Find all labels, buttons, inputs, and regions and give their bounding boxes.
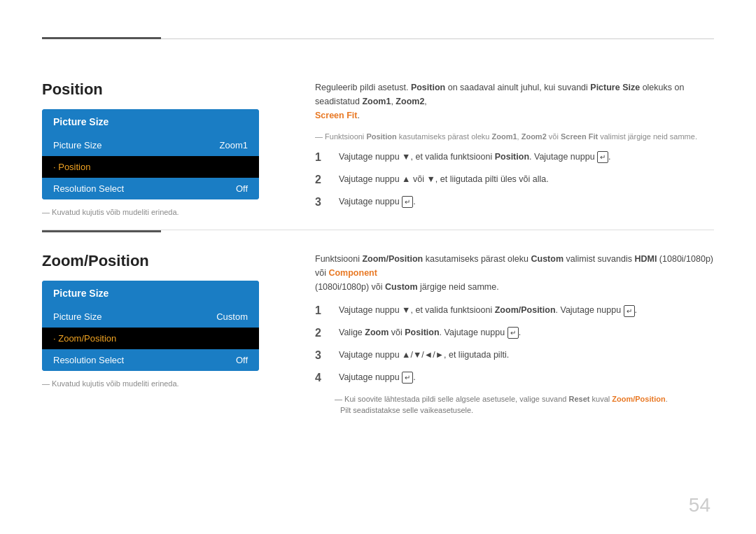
zoom-position-picture-size-box: Picture Size Picture Size Custom · Zoom/… xyxy=(42,281,259,371)
position-intro-orange: Screen Fit xyxy=(315,111,357,120)
position-left-panel: Position Picture Size Picture Size Zoom1… xyxy=(42,73,315,217)
position-intro-bold2: Picture Size xyxy=(590,83,640,92)
zoom-position-steps: 1 Vajutage nuppu ▼, et valida funktsioon… xyxy=(315,304,714,385)
zp-footer-note-text2: Pilt seadistatakse selle vaikeasetusele. xyxy=(335,405,714,416)
position-title: Position xyxy=(42,80,294,99)
position-right-panel: Reguleerib pildi asetust. Position on sa… xyxy=(315,73,714,217)
section-zoom-position: Zoom/Position Picture Size Picture Size … xyxy=(42,245,714,416)
position-step-3-text: Vajutage nuppu ↵. xyxy=(339,195,714,209)
position-picture-size-box: Picture Size Picture Size Zoom1 · Positi… xyxy=(42,109,259,199)
zp-intro-orange: Component xyxy=(328,268,377,278)
zoom-position-note: Kuvatud kujutis võib mudeliti erineda. xyxy=(42,379,294,388)
zp-step-1-text: Vajutage nuppu ▼, et valida funktsiooni … xyxy=(339,304,714,317)
position-step-3-number: 3 xyxy=(315,195,335,210)
zoom-position-row-1: · Zoom/Position xyxy=(42,328,259,349)
zoom-position-title: Zoom/Position xyxy=(42,252,294,270)
zp-footer-note-text: — Kui soovite lähtestada pildi selle alg… xyxy=(335,393,714,405)
zoom-position-row-2: Resolution Select Off xyxy=(42,349,259,371)
zp-intro-bold1: Zoom/Position xyxy=(362,254,423,264)
zoom-position-row-2-label: Resolution Select xyxy=(53,355,124,365)
position-step-2: 2 Vajutage nuppu ▲ või ▼, et liigutada p… xyxy=(315,173,714,188)
zp-step-4: 4 Vajutage nuppu ↵. xyxy=(315,371,714,386)
position-row-2: Resolution Select Off xyxy=(42,178,259,199)
position-step-3: 3 Vajutage nuppu ↵. xyxy=(315,195,714,210)
position-intro-bold1: Position xyxy=(411,83,445,92)
position-step-1: 1 Vajutage nuppu ▼, et valida funktsioon… xyxy=(315,150,714,165)
zp-step-3-text: Vajutage nuppu ▲/▼/◄/►, et liigutada pil… xyxy=(339,349,714,362)
position-step-2-text: Vajutage nuppu ▲ või ▼, et liigutada pil… xyxy=(339,173,714,186)
zoom-position-right-panel: Funktsiooni Zoom/Position kasutamiseks p… xyxy=(315,245,714,416)
section-divider-group xyxy=(42,230,714,232)
zoom-position-row-1-label: · Zoom/Position xyxy=(53,333,116,344)
zp-step-1: 1 Vajutage nuppu ▼, et valida funktsioon… xyxy=(315,304,714,318)
zoom-position-row-2-value: Off xyxy=(236,355,248,365)
position-row-1-label: · Position xyxy=(53,162,90,172)
position-hint: — Funktsiooni Position kasutamiseks pära… xyxy=(315,132,714,141)
position-picture-size-header: Picture Size xyxy=(42,109,259,134)
zoom-position-row-0: Picture Size Custom xyxy=(42,306,259,328)
position-row-0-value: Zoom1 xyxy=(220,140,248,150)
zoom-position-intro: Funktsiooni Zoom/Position kasutamiseks p… xyxy=(315,252,714,294)
zp-step-2-text: Valige Zoom või Position. Vajutage nuppu… xyxy=(339,326,714,339)
section-mid-rule-short xyxy=(42,230,161,232)
position-step-1-number: 1 xyxy=(315,150,335,165)
zoom-position-row-0-label: Picture Size xyxy=(53,311,102,322)
zp-intro-bold2: Custom xyxy=(531,254,564,264)
page-container: Position Picture Size Picture Size Zoom1… xyxy=(0,0,756,534)
zp-step-4-text: Vajutage nuppu ↵. xyxy=(339,371,714,384)
position-row-0: Picture Size Zoom1 xyxy=(42,134,259,156)
zoom-position-picture-size-header: Picture Size xyxy=(42,281,259,306)
top-rule-short xyxy=(42,37,161,39)
position-note: Kuvatud kujutis võib mudeliti erineda. xyxy=(42,208,294,216)
position-row-2-label: Resolution Select xyxy=(53,183,124,194)
section-position: Position Picture Size Picture Size Zoom1… xyxy=(42,73,714,217)
zp-step-4-number: 4 xyxy=(315,371,335,386)
position-row-1: · Position xyxy=(42,156,259,178)
zp-step-3: 3 Vajutage nuppu ▲/▼/◄/►, et liigutada p… xyxy=(315,349,714,363)
position-intro: Reguleerib pildi asetust. Position on sa… xyxy=(315,80,714,122)
position-intro-bold3: Zoom1 xyxy=(362,97,391,106)
position-step-2-number: 2 xyxy=(315,173,335,188)
position-intro-bold4: Zoom2 xyxy=(396,97,424,106)
zp-step-1-number: 1 xyxy=(315,304,335,318)
position-row-2-value: Off xyxy=(236,183,248,194)
zp-step-2: 2 Valige Zoom või Position. Vajutage nup… xyxy=(315,326,714,341)
zoom-position-row-0-value: Custom xyxy=(216,311,248,322)
zp-step-2-number: 2 xyxy=(315,326,335,341)
zp-step-3-number: 3 xyxy=(315,349,335,363)
zoom-position-left-panel: Zoom/Position Picture Size Picture Size … xyxy=(42,245,315,416)
position-steps: 1 Vajutage nuppu ▼, et valida funktsioon… xyxy=(315,150,714,209)
zp-footer-note: — Kui soovite lähtestada pildi selle alg… xyxy=(315,393,714,416)
position-row-0-label: Picture Size xyxy=(53,140,102,150)
zp-intro-bold3: HDMI xyxy=(634,254,657,264)
position-step-1-text: Vajutage nuppu ▼, et valida funktsiooni … xyxy=(339,150,714,164)
zp-intro-bold4: Custom xyxy=(385,282,418,292)
page-number: 54 xyxy=(689,494,710,517)
